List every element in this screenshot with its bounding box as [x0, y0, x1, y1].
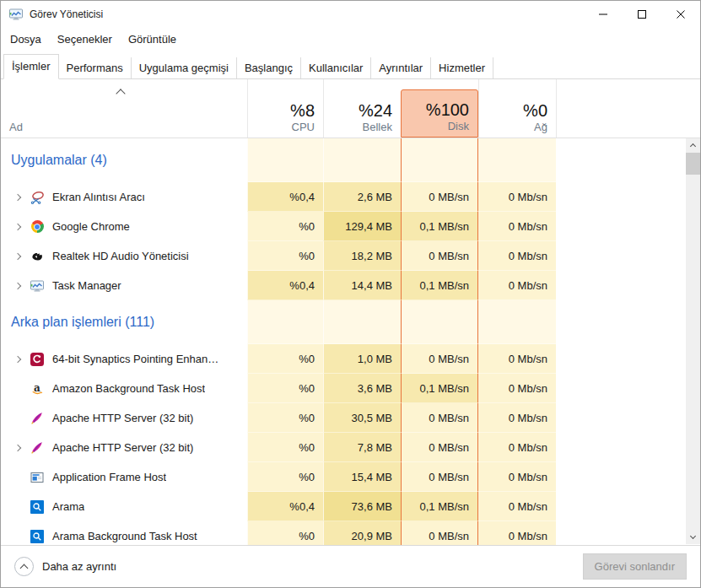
- process-row[interactable]: 64-bit Synaptics Pointing Enhan…%01,0 MB…: [1, 344, 700, 374]
- name-column-label: Ad: [9, 121, 23, 133]
- chevron-down-icon: [690, 533, 696, 539]
- maximize-icon: [638, 10, 646, 19]
- row-spacer: [556, 403, 700, 433]
- group-cell: [247, 300, 323, 344]
- group-row[interactable]: Arka plan işlemleri (111): [1, 300, 700, 344]
- process-name-cell: Ekran Alıntısı Aracı: [1, 182, 247, 212]
- cell-cpu: %0: [247, 212, 323, 241]
- process-row[interactable]: Arama Background Task Host%020,9 MB0 MB/…: [1, 521, 700, 545]
- scroll-up-button[interactable]: [686, 138, 700, 153]
- tab-i̇şlemler[interactable]: İşlemler: [3, 54, 59, 79]
- cell-disk: 0 MB/sn: [401, 462, 478, 492]
- cell-ağ: 0 Mb/sn: [478, 521, 556, 545]
- minimize-button[interactable]: [584, 1, 623, 28]
- expand-chevron-icon[interactable]: [8, 357, 28, 362]
- column-header-disk[interactable]: %100Disk: [401, 89, 478, 138]
- tab-kullanıcılar[interactable]: Kullanıcılar: [301, 57, 371, 78]
- process-row[interactable]: Application Frame Host%015,4 MB0 MB/sn0 …: [1, 462, 700, 492]
- column-label: CPU: [292, 121, 315, 133]
- process-name-cell: aAmazon Background Task Host: [1, 374, 247, 403]
- column-header-row: Ad %8CPU%24Bellek%100Disk%0Ağ: [1, 79, 700, 138]
- process-name-cell: Application Frame Host: [1, 462, 247, 492]
- cell-cpu: %0: [247, 521, 323, 545]
- process-row[interactable]: Realtek HD Audio Yöneticisi%018,2 MB0 MB…: [1, 241, 700, 271]
- cell-ağ: 0 Mb/sn: [478, 212, 556, 241]
- group-cell: [478, 300, 556, 344]
- group-cell: [401, 300, 478, 344]
- cell-cpu: %0: [247, 374, 323, 403]
- cell-disk: 0,1 MB/sn: [401, 271, 478, 300]
- cell-bellek: 14,4 MB: [323, 271, 401, 300]
- cell-ağ: 0 Mb/sn: [478, 344, 556, 374]
- column-header-name[interactable]: Ad: [1, 79, 247, 138]
- row-spacer: [556, 462, 700, 492]
- fewer-details-toggle[interactable]: [14, 557, 34, 576]
- apache-feather-icon: [28, 441, 46, 455]
- column-header-ağ[interactable]: %0Ağ: [478, 79, 556, 138]
- group-cell: [478, 138, 556, 182]
- scrollbar-thumb[interactable]: [686, 153, 700, 175]
- task-manager-icon: [28, 279, 46, 293]
- end-task-button[interactable]: Görevi sonlandır: [583, 553, 687, 580]
- process-name-cell: Arama Background Task Host: [1, 521, 247, 545]
- cell-cpu: %0: [247, 344, 323, 374]
- process-row[interactable]: Apache HTTP Server (32 bit)%07,8 MB0 MB/…: [1, 433, 700, 462]
- expand-chevron-icon[interactable]: [8, 254, 28, 259]
- cell-disk: 0 MB/sn: [401, 182, 478, 212]
- chevron-up-icon: [690, 143, 696, 149]
- maximize-button[interactable]: [623, 1, 661, 28]
- apache-feather-icon: [28, 412, 46, 425]
- process-name: Ekran Alıntısı Aracı: [46, 191, 145, 203]
- close-button[interactable]: [661, 1, 700, 28]
- process-name: Amazon Background Task Host: [46, 382, 205, 395]
- tab-uygulama-geçmişi[interactable]: Uygulama geçmişi: [132, 57, 237, 78]
- cell-bellek: 7,8 MB: [323, 433, 401, 462]
- process-name: Application Frame Host: [46, 471, 166, 483]
- process-name: Apache HTTP Server (32 bit): [46, 412, 193, 424]
- process-name: Task Manager: [46, 279, 121, 292]
- column-header-bellek[interactable]: %24Bellek: [323, 79, 401, 138]
- group-cell: [323, 300, 401, 344]
- tab-bar: İşlemlerPerformansUygulama geçmişiBaşlan…: [1, 51, 700, 79]
- cell-cpu: %0: [247, 241, 323, 271]
- process-row[interactable]: aAmazon Background Task Host%03,6 MB0,1 …: [1, 374, 700, 403]
- menu-bar: DosyaSeçeneklerGörüntüle: [1, 28, 700, 51]
- process-row[interactable]: Google Chrome%0129,4 MB0,1 MB/sn0 Mb/sn: [1, 212, 700, 241]
- cell-disk: 0,1 MB/sn: [401, 212, 478, 241]
- expand-chevron-icon[interactable]: [8, 224, 28, 229]
- row-spacer: [556, 433, 700, 462]
- row-spacer: [556, 271, 700, 300]
- process-row[interactable]: Apache HTTP Server (32 bit)%030,5 MB0 MB…: [1, 403, 700, 433]
- menu-item-dosya[interactable]: Dosya: [10, 33, 41, 46]
- row-spacer: [556, 374, 700, 403]
- tab-başlangıç[interactable]: Başlangıç: [237, 57, 301, 78]
- realtek-audio-icon: [28, 250, 46, 263]
- expand-chevron-icon[interactable]: [8, 283, 28, 289]
- group-row[interactable]: Uygulamalar (4): [1, 138, 700, 182]
- tab-hizmetler[interactable]: Hizmetler: [431, 57, 493, 78]
- column-usage-value: %24: [359, 101, 392, 120]
- cell-disk: 0,1 MB/sn: [401, 492, 478, 521]
- menu-item-görüntüle[interactable]: Görüntüle: [128, 33, 176, 46]
- process-row[interactable]: Ekran Alıntısı Aracı%0,42,6 MB0 MB/sn0 M…: [1, 182, 700, 212]
- process-row[interactable]: Arama%0,473,6 MB0,1 MB/sn0 Mb/sn: [1, 492, 700, 521]
- menu-item-seçenekler[interactable]: Seçenekler: [57, 33, 112, 46]
- process-name: Apache HTTP Server (32 bit): [46, 441, 193, 454]
- column-header-cpu[interactable]: %8CPU: [247, 79, 323, 138]
- tab-ayrıntılar[interactable]: Ayrıntılar: [371, 57, 431, 78]
- cell-disk: 0,1 MB/sn: [401, 374, 478, 403]
- cell-ağ: 0 Mb/sn: [478, 241, 556, 271]
- cell-disk: 0 MB/sn: [401, 344, 478, 374]
- scroll-down-button[interactable]: [686, 530, 700, 544]
- process-row[interactable]: Task Manager%0,414,4 MB0,1 MB/sn0 Mb/sn: [1, 271, 700, 300]
- expand-chevron-icon[interactable]: [8, 445, 28, 450]
- process-name-cell: Realtek HD Audio Yöneticisi: [1, 241, 247, 271]
- process-name-cell: Google Chrome: [1, 212, 247, 241]
- cell-ağ: 0 Mb/sn: [478, 462, 556, 492]
- fewer-details-label: Daha az ayrıntı: [42, 560, 116, 573]
- tab-performans[interactable]: Performans: [59, 57, 132, 78]
- expand-chevron-icon[interactable]: [8, 195, 28, 200]
- process-name-cell: Task Manager: [1, 271, 247, 300]
- cell-cpu: %0,4: [247, 271, 323, 300]
- vertical-scrollbar[interactable]: [686, 138, 700, 544]
